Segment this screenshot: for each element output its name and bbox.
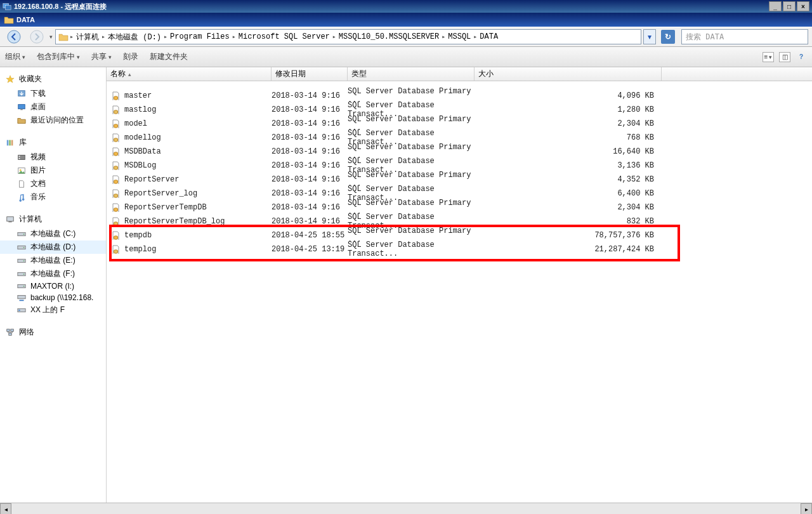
search-input[interactable]: 搜索 DATA xyxy=(681,29,808,44)
svg-rect-27 xyxy=(18,296,25,299)
address-bar-row: ▾ ▸ 计算机▸ 本地磁盘 (D:)▸ Program Files▸ Micro… xyxy=(0,27,812,47)
breadcrumb-folder-icon xyxy=(58,32,69,41)
file-size: 2,304 KB xyxy=(475,203,662,212)
file-list-pane: 名称 ▴ 修改日期 类型 大小 master2018-03-14 9:16SQL… xyxy=(107,67,812,511)
toolbar-organize[interactable]: 组织▾ xyxy=(5,51,25,62)
file-name: master xyxy=(124,91,152,100)
sidebar-drive-xx[interactable]: XX 上的 F xyxy=(0,303,106,317)
file-name: MSDBData xyxy=(124,147,161,156)
horizontal-scrollbar[interactable]: ◂ ▸ xyxy=(0,503,812,514)
svg-point-26 xyxy=(23,286,25,287)
sidebar-computer-header[interactable]: 计算机 xyxy=(0,211,106,227)
svg-point-24 xyxy=(23,273,25,275)
svg-point-2 xyxy=(8,30,20,43)
db-file-icon xyxy=(110,133,121,142)
refresh-button[interactable]: ↻ xyxy=(661,30,675,44)
sidebar-drive-e[interactable]: 本地磁盘 (E:) xyxy=(0,254,106,267)
documents-icon xyxy=(16,180,27,188)
file-size: 768 KB xyxy=(475,133,662,142)
file-name: ReportServerTempDB xyxy=(124,203,207,212)
col-size[interactable]: 大小 xyxy=(475,67,662,81)
db-file-icon xyxy=(110,189,121,198)
crumb-pf[interactable]: Program Files xyxy=(170,32,230,41)
toolbar-newfolder[interactable]: 新建文件夹 xyxy=(150,51,188,62)
sidebar-desktop[interactable]: 桌面 xyxy=(0,100,106,114)
nav-history-caret[interactable]: ▾ xyxy=(49,34,53,40)
sidebar-drive-d[interactable]: 本地磁盘 (D:) xyxy=(0,241,106,254)
file-date: 2018-03-14 9:16 xyxy=(272,189,348,198)
help-button[interactable]: ? xyxy=(796,52,807,62)
db-file-icon xyxy=(110,161,121,170)
col-date[interactable]: 修改日期 xyxy=(272,67,348,81)
scroll-left-arrow[interactable]: ◂ xyxy=(0,503,11,514)
file-name: model xyxy=(124,119,147,128)
db-file-icon xyxy=(110,91,121,100)
file-name: templog xyxy=(124,245,156,254)
crumb-mss[interactable]: Microsoft SQL Server xyxy=(239,32,330,41)
file-row[interactable]: templog2018-04-25 13:19SQL Server Databa… xyxy=(107,242,812,256)
sidebar: 收藏夹 下载 桌面 最近访问的位置 库 视频 图片 文档 音乐 计算机 本地磁盘… xyxy=(0,67,107,511)
sidebar-drive-f[interactable]: 本地磁盘 (F:) xyxy=(0,267,106,280)
col-name[interactable]: 名称 ▴ xyxy=(107,67,272,81)
file-name: modellog xyxy=(124,133,161,142)
file-date: 2018-03-14 9:16 xyxy=(272,105,348,114)
file-size: 78,757,376 KB xyxy=(475,231,662,240)
sidebar-recent[interactable]: 最近访问的位置 xyxy=(0,114,106,127)
toolbar-share[interactable]: 共享▾ xyxy=(91,51,112,62)
crumb-data[interactable]: DATA xyxy=(480,32,498,41)
db-file-icon xyxy=(110,203,121,212)
sidebar-drive-c[interactable]: 本地磁盘 (C:) xyxy=(0,227,106,241)
svg-rect-12 xyxy=(19,157,20,159)
svg-rect-1 xyxy=(5,5,11,10)
sidebar-music[interactable]: 音乐 xyxy=(0,190,106,204)
crumb-mssql[interactable]: MSSQL xyxy=(448,32,471,41)
sidebar-videos[interactable]: 视频 xyxy=(0,150,106,164)
sidebar-downloads[interactable]: 下载 xyxy=(0,87,106,100)
sidebar-favorites-header[interactable]: 收藏夹 xyxy=(0,71,106,87)
preview-pane-button[interactable]: ◫ xyxy=(779,52,790,62)
svg-rect-8 xyxy=(9,140,11,145)
file-size: 832 KB xyxy=(475,217,662,226)
toolbar-include[interactable]: 包含到库中▾ xyxy=(37,51,80,62)
sidebar-pictures[interactable]: 图片 xyxy=(0,164,106,177)
file-date: 2018-03-14 9:16 xyxy=(272,217,348,226)
svg-rect-31 xyxy=(11,329,13,331)
file-size: 3,136 KB xyxy=(475,161,662,170)
sidebar-network-header[interactable]: 网络 xyxy=(0,324,106,340)
file-name: tempdb xyxy=(124,231,152,240)
sidebar-libraries-header[interactable]: 库 xyxy=(0,135,106,150)
rdp-close-button[interactable]: × xyxy=(797,1,809,11)
view-mode-button[interactable]: ≡▾ xyxy=(763,52,774,62)
crumb-computer[interactable]: 计算机 xyxy=(76,32,99,43)
svg-point-29 xyxy=(18,309,20,311)
scroll-right-arrow[interactable]: ▸ xyxy=(801,503,812,514)
nav-forward-button[interactable] xyxy=(27,29,47,45)
svg-rect-15 xyxy=(7,216,14,221)
nav-back-button[interactable] xyxy=(4,29,24,45)
file-size: 1,280 KB xyxy=(475,105,662,114)
address-history-dropdown[interactable]: ▾ xyxy=(643,29,656,44)
rdp-titlebar: 192.168.100.8 - 远程桌面连接 _ □ × xyxy=(0,0,812,13)
svg-point-18 xyxy=(23,234,25,235)
file-size: 4,096 KB xyxy=(475,91,662,100)
crumb-d[interactable]: 本地磁盘 (D:) xyxy=(108,32,161,43)
pictures-icon xyxy=(16,166,27,175)
column-headers: 名称 ▴ 修改日期 类型 大小 xyxy=(107,67,812,81)
col-type[interactable]: 类型 xyxy=(348,67,475,81)
file-date: 2018-03-14 9:16 xyxy=(272,91,348,100)
rdp-minimize-button[interactable]: _ xyxy=(769,1,782,11)
drive-icon xyxy=(16,282,27,291)
crumb-inst[interactable]: MSSQL10_50.MSSQLSERVER xyxy=(339,32,439,41)
sidebar-drive-backup[interactable]: backup (\\192.168. xyxy=(0,292,106,303)
recent-icon xyxy=(16,116,27,125)
breadcrumb[interactable]: ▸ 计算机▸ 本地磁盘 (D:)▸ Program Files▸ Microso… xyxy=(55,29,641,44)
svg-rect-30 xyxy=(7,329,10,331)
desktop-icon xyxy=(16,103,27,112)
explorer-title: DATA xyxy=(16,16,35,23)
toolbar-burn[interactable]: 刻录 xyxy=(123,51,138,62)
sidebar-documents[interactable]: 文档 xyxy=(0,177,106,190)
file-date: 2018-03-14 9:16 xyxy=(272,175,348,184)
rdp-maximize-button[interactable]: □ xyxy=(783,1,796,11)
drive-icon xyxy=(16,243,27,252)
sidebar-drive-i[interactable]: MAXTOR (I:) xyxy=(0,280,106,292)
